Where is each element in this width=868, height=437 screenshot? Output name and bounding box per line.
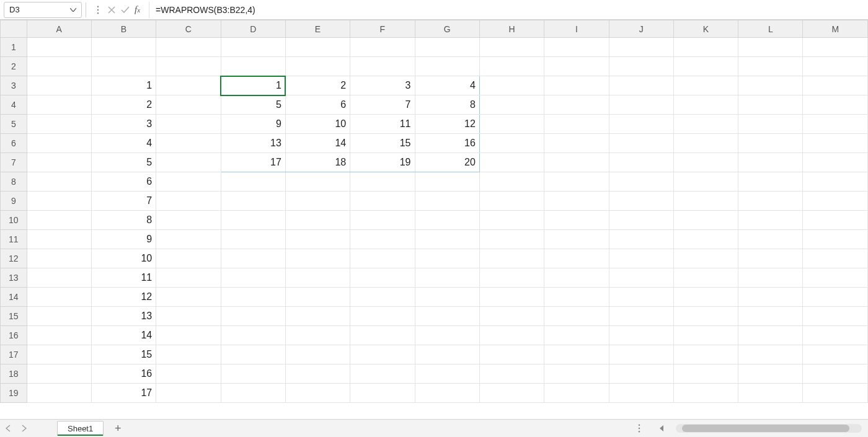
cell-K8[interactable] (673, 172, 738, 192)
cell-H1[interactable] (479, 38, 544, 57)
cell-C9[interactable] (156, 192, 221, 211)
next-sheet-button[interactable] (16, 420, 32, 436)
cell-A17[interactable] (27, 345, 91, 364)
cell-H7[interactable] (479, 153, 544, 172)
cell-A13[interactable] (27, 268, 91, 288)
cell-L13[interactable] (738, 268, 803, 288)
row-header-12[interactable]: 12 (1, 249, 27, 268)
cell-H16[interactable] (479, 326, 544, 345)
column-header-M[interactable]: M (803, 20, 868, 38)
column-header-D[interactable]: D (221, 20, 285, 38)
cell-K7[interactable] (673, 153, 738, 172)
row-header-13[interactable]: 13 (1, 268, 27, 288)
cell-G8[interactable] (415, 172, 479, 192)
cell-D4[interactable]: 5 (221, 95, 285, 115)
cell-E6[interactable]: 14 (285, 134, 350, 153)
cell-D13[interactable] (221, 268, 285, 288)
row-header-19[interactable]: 19 (1, 384, 27, 403)
cell-M10[interactable] (803, 211, 868, 230)
cell-H11[interactable] (479, 230, 544, 249)
cell-G10[interactable] (415, 211, 479, 230)
row-header-3[interactable]: 3 (1, 76, 27, 95)
spreadsheet-grid[interactable]: ABCDEFGHIJKLM123112344256785391011126413… (0, 20, 868, 419)
cell-K4[interactable] (673, 95, 738, 115)
cell-B4[interactable]: 2 (91, 95, 156, 115)
cell-L10[interactable] (738, 211, 803, 230)
cell-A2[interactable] (27, 57, 91, 76)
cell-J16[interactable] (609, 326, 673, 345)
cell-I10[interactable] (544, 211, 609, 230)
formula-input[interactable] (149, 2, 868, 18)
row-header-14[interactable]: 14 (1, 288, 27, 307)
cell-C1[interactable] (156, 38, 221, 57)
cell-M16[interactable] (803, 326, 868, 345)
cell-A9[interactable] (27, 192, 91, 211)
cell-M14[interactable] (803, 288, 868, 307)
kebab-icon[interactable] (94, 6, 102, 14)
cell-I14[interactable] (544, 288, 609, 307)
cell-F13[interactable] (350, 268, 415, 288)
cell-I5[interactable] (544, 115, 609, 134)
cell-G1[interactable] (415, 38, 479, 57)
cell-L4[interactable] (738, 95, 803, 115)
cell-J6[interactable] (609, 134, 673, 153)
cell-J5[interactable] (609, 115, 673, 134)
row-header-6[interactable]: 6 (1, 134, 27, 153)
cell-I13[interactable] (544, 268, 609, 288)
row-header-18[interactable]: 18 (1, 364, 27, 384)
cell-D10[interactable] (221, 211, 285, 230)
row-header-8[interactable]: 8 (1, 172, 27, 192)
cell-F5[interactable]: 11 (350, 115, 415, 134)
cell-B15[interactable]: 13 (91, 307, 156, 326)
cell-G19[interactable] (415, 384, 479, 403)
cell-H15[interactable] (479, 307, 544, 326)
cell-L9[interactable] (738, 192, 803, 211)
cell-B1[interactable] (91, 38, 156, 57)
cell-E7[interactable]: 18 (285, 153, 350, 172)
cell-J17[interactable] (609, 345, 673, 364)
cell-M13[interactable] (803, 268, 868, 288)
cell-D3[interactable]: 1 (221, 76, 285, 95)
cell-A3[interactable] (27, 76, 91, 95)
confirm-formula-button[interactable] (121, 6, 130, 14)
cell-F10[interactable] (350, 211, 415, 230)
cell-H3[interactable] (479, 76, 544, 95)
row-header-7[interactable]: 7 (1, 153, 27, 172)
cell-J10[interactable] (609, 211, 673, 230)
cell-C7[interactable] (156, 153, 221, 172)
cell-D7[interactable]: 17 (221, 153, 285, 172)
cell-I6[interactable] (544, 134, 609, 153)
cell-K10[interactable] (673, 211, 738, 230)
column-header-C[interactable]: C (156, 20, 221, 38)
cell-B10[interactable]: 8 (91, 211, 156, 230)
cell-G4[interactable]: 8 (415, 95, 479, 115)
cell-C12[interactable] (156, 249, 221, 268)
cell-H18[interactable] (479, 364, 544, 384)
cell-K16[interactable] (673, 326, 738, 345)
cell-M4[interactable] (803, 95, 868, 115)
cell-F4[interactable]: 7 (350, 95, 415, 115)
cell-M15[interactable] (803, 307, 868, 326)
column-header-F[interactable]: F (350, 20, 415, 38)
cell-K11[interactable] (673, 230, 738, 249)
cell-B8[interactable]: 6 (91, 172, 156, 192)
cell-A6[interactable] (27, 134, 91, 153)
cell-B12[interactable]: 10 (91, 249, 156, 268)
cell-G2[interactable] (415, 57, 479, 76)
cell-H9[interactable] (479, 192, 544, 211)
tabbar-kebab-icon[interactable] (631, 420, 647, 436)
cell-F6[interactable]: 15 (350, 134, 415, 153)
cell-C10[interactable] (156, 211, 221, 230)
cell-D2[interactable] (221, 57, 285, 76)
cell-I16[interactable] (544, 326, 609, 345)
cell-L2[interactable] (738, 57, 803, 76)
cell-J14[interactable] (609, 288, 673, 307)
cell-G6[interactable]: 16 (415, 134, 479, 153)
cell-C18[interactable] (156, 364, 221, 384)
cell-K17[interactable] (673, 345, 738, 364)
cell-B7[interactable]: 5 (91, 153, 156, 172)
cell-M2[interactable] (803, 57, 868, 76)
cell-G18[interactable] (415, 364, 479, 384)
cell-E4[interactable]: 6 (285, 95, 350, 115)
cell-I11[interactable] (544, 230, 609, 249)
